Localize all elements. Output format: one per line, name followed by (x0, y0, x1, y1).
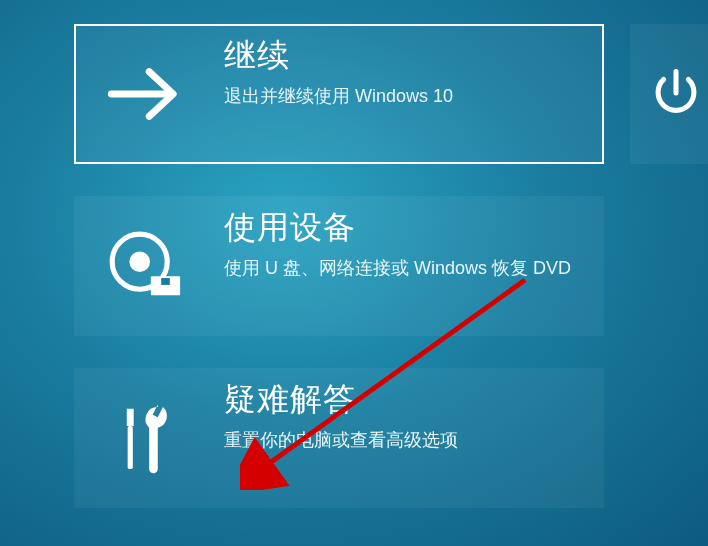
svg-rect-6 (128, 426, 133, 469)
tools-icon (74, 368, 214, 508)
continue-text: 继续 退出并继续使用 Windows 10 (214, 24, 473, 108)
troubleshoot-tile[interactable]: 疑难解答 重置你的电脑或查看高级选项 (74, 368, 604, 508)
power-icon (648, 66, 704, 122)
use-device-text: 使用设备 使用 U 盘、网络连接或 Windows 恢复 DVD (214, 196, 591, 280)
use-device-subtitle: 使用 U 盘、网络连接或 Windows 恢复 DVD (224, 256, 571, 280)
arrow-right-icon (74, 24, 214, 164)
use-device-title: 使用设备 (224, 206, 571, 250)
svg-point-2 (132, 254, 147, 269)
troubleshoot-subtitle: 重置你的电脑或查看高级选项 (224, 428, 458, 452)
disc-drive-icon (74, 196, 214, 336)
use-device-tile[interactable]: 使用设备 使用 U 盘、网络连接或 Windows 恢复 DVD (74, 196, 604, 336)
svg-rect-5 (127, 409, 134, 426)
recovery-options-screen: 继续 退出并继续使用 Windows 10 (0, 0, 708, 546)
svg-rect-4 (161, 278, 170, 285)
troubleshoot-text: 疑难解答 重置你的电脑或查看高级选项 (214, 368, 478, 452)
power-tile[interactable] (630, 24, 708, 164)
troubleshoot-title: 疑难解答 (224, 378, 458, 422)
continue-title: 继续 (224, 34, 453, 78)
continue-tile[interactable]: 继续 退出并继续使用 Windows 10 (74, 24, 604, 164)
continue-subtitle: 退出并继续使用 Windows 10 (224, 84, 453, 108)
